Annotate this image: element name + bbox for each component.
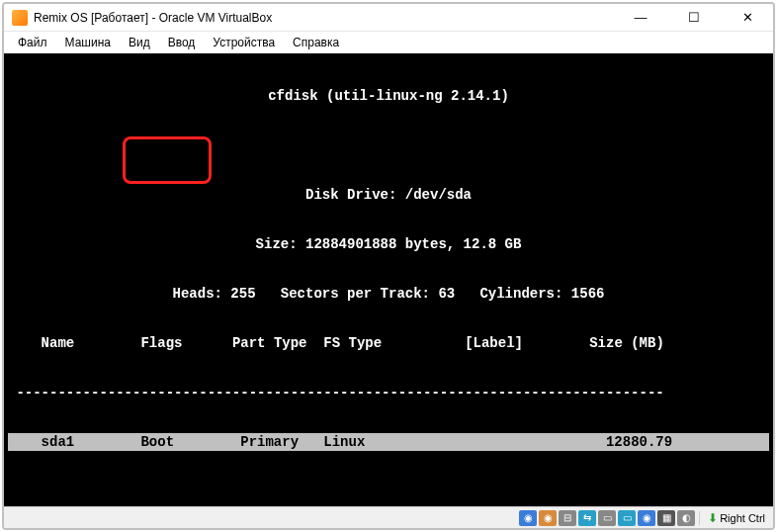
virtualbox-window: Remix OS [Работает] - Oracle VM VirtualB… xyxy=(2,2,775,530)
minimize-button[interactable]: — xyxy=(623,8,658,28)
menu-devices[interactable]: Устройства xyxy=(205,34,283,51)
recording-icon[interactable]: ◉ xyxy=(638,510,655,526)
titlebar: Remix OS [Работает] - Oracle VM VirtualB… xyxy=(4,4,773,32)
optical-icon[interactable]: ◉ xyxy=(539,510,557,526)
menu-file[interactable]: Файл xyxy=(10,34,55,51)
menu-view[interactable]: Вид xyxy=(121,34,158,51)
table-header: Name Flags Part Type FS Type [Label] Siz… xyxy=(8,334,769,352)
display-icon[interactable]: ▭ xyxy=(618,510,636,526)
host-key-arrow-icon: ⬇ xyxy=(708,511,718,525)
menu-machine[interactable]: Машина xyxy=(57,34,119,51)
terminal-screen[interactable]: cfdisk (util-linux-ng 2.14.1) Disk Drive… xyxy=(4,53,773,506)
menu-help[interactable]: Справка xyxy=(285,34,347,51)
statusbar: ◉ ◉ ⊟ ⇆ ▭ ▭ ◉ ▦ ◐ ⬇Right Ctrl xyxy=(4,506,773,528)
cpu-icon[interactable]: ▦ xyxy=(657,510,675,526)
table-divider: ----------------------------------------… xyxy=(8,384,769,401)
menu-input[interactable]: Ввод xyxy=(160,34,204,51)
close-button[interactable]: ✕ xyxy=(730,8,765,28)
cfdisk-header: cfdisk (util-linux-ng 2.14.1) xyxy=(8,87,769,105)
disk-drive-line: Disk Drive: /dev/sda xyxy=(8,186,769,204)
menubar: Файл Машина Вид Ввод Устройства Справка xyxy=(4,32,773,53)
disk-geometry-line: Heads: 255 Sectors per Track: 63 Cylinde… xyxy=(8,285,769,303)
usb-icon[interactable]: ⊟ xyxy=(559,510,576,526)
disk-size-line: Size: 12884901888 bytes, 12.8 GB xyxy=(8,235,769,253)
shared-folder-icon[interactable]: ▭ xyxy=(598,510,616,526)
hdd-icon[interactable]: ◉ xyxy=(519,510,537,526)
app-icon xyxy=(12,10,28,26)
network-icon[interactable]: ⇆ xyxy=(578,510,596,526)
window-controls: — ☐ ✕ xyxy=(623,8,765,28)
host-key-indicator[interactable]: ⬇Right Ctrl xyxy=(704,511,769,525)
maximize-button[interactable]: ☐ xyxy=(676,8,712,28)
partition-row-selected[interactable]: sda1 Boot Primary Linux 12880.79 xyxy=(8,433,769,451)
window-title: Remix OS [Работает] - Oracle VM VirtualB… xyxy=(34,11,623,25)
mouse-icon[interactable]: ◐ xyxy=(677,510,695,526)
